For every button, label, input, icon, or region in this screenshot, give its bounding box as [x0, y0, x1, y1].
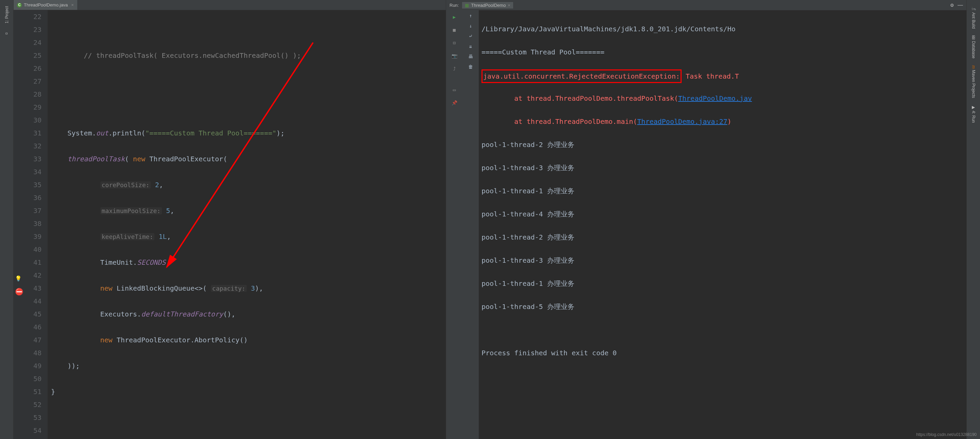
- gutter-line[interactable]: 25: [14, 49, 41, 62]
- code-lines[interactable]: // threadPoolTask( Executors.newCachedTh…: [48, 10, 446, 439]
- project-tool-button[interactable]: 1: Project: [5, 3, 9, 27]
- error-icon[interactable]: ⛔: [15, 285, 20, 290]
- minimize-icon[interactable]: —: [958, 2, 963, 8]
- rerun-button[interactable]: ▶: [450, 13, 458, 21]
- gutter-line[interactable]: 49: [14, 359, 41, 372]
- watermark: https://blog.csdn.net/u013288190: [916, 432, 977, 437]
- code-area[interactable]: 2223242526272829303132333435363738394041…: [14, 10, 446, 439]
- gutter-line[interactable]: 42💡: [14, 269, 41, 282]
- code-line[interactable]: [51, 411, 446, 424]
- run-config-icon: ▦: [465, 3, 469, 8]
- editor-tab-bar: C ThreadPoolDemo.java ×: [14, 0, 446, 10]
- gutter-line[interactable]: 36: [14, 191, 41, 204]
- gear-icon[interactable]: ⚙: [950, 3, 954, 8]
- down-icon[interactable]: ↓: [469, 23, 472, 29]
- gutter-line[interactable]: 47: [14, 334, 41, 347]
- close-run-tab-icon[interactable]: ×: [508, 3, 511, 8]
- maven-button[interactable]: m Maven Projects: [971, 62, 976, 102]
- gutter-line[interactable]: 29: [14, 101, 41, 114]
- code-line[interactable]: // threadPoolTask( Executors.newCachedTh…: [51, 49, 446, 62]
- gutter-line[interactable]: 35: [14, 178, 41, 191]
- console-line: java.util.concurrent.RejectedExecutionEx…: [482, 69, 964, 81]
- gutter-line[interactable]: 51: [14, 385, 41, 398]
- gutter-line[interactable]: 43⛔: [14, 282, 41, 295]
- stacktrace-link[interactable]: ThreadPoolDemo.java:27: [637, 118, 727, 126]
- gutter-line[interactable]: 27: [14, 75, 41, 88]
- gutter-line[interactable]: 24: [14, 36, 41, 49]
- tab-filename: ThreadPoolDemo.java: [24, 2, 68, 8]
- print-icon[interactable]: 🖶: [468, 54, 473, 59]
- gutter-line[interactable]: 34: [14, 165, 41, 178]
- left-sidebar: 1: Project ▫: [0, 0, 14, 439]
- pin-icon[interactable]: 📌: [450, 99, 458, 107]
- up-icon[interactable]: ↑: [469, 13, 472, 18]
- gutter-line[interactable]: 45: [14, 308, 41, 321]
- gutter-line[interactable]: 28: [14, 88, 41, 101]
- console-line: Process finished with exit code 0: [482, 347, 964, 359]
- code-line[interactable]: TimeUnit.SECONDS,: [51, 256, 446, 269]
- lightbulb-icon[interactable]: 💡: [15, 272, 20, 277]
- gutter-line[interactable]: 26: [14, 62, 41, 75]
- code-line[interactable]: new LinkedBlockingQueue<>( capacity: 3),: [51, 282, 446, 295]
- console-line: /Library/Java/JavaVirtualMachines/jdk1.8…: [482, 23, 964, 35]
- run-label: Run:: [450, 3, 459, 8]
- console-output[interactable]: /Library/Java/JavaVirtualMachines/jdk1.8…: [479, 10, 966, 439]
- code-line[interactable]: [51, 75, 446, 88]
- stacktrace-link[interactable]: ThreadPoolDemo.jav: [678, 94, 752, 102]
- gutter-line[interactable]: 38: [14, 217, 41, 230]
- code-line[interactable]: corePoolSize: 2,: [51, 178, 446, 191]
- code-line[interactable]: [51, 23, 446, 36]
- soft-wrap-icon[interactable]: ⤶: [469, 33, 473, 39]
- gutter-line[interactable]: 53: [14, 411, 41, 424]
- gutter-line[interactable]: 33: [14, 153, 41, 165]
- layout-button[interactable]: ▭: [450, 86, 458, 94]
- gutter-line[interactable]: 48: [14, 347, 41, 359]
- gutter-line[interactable]: 22: [14, 10, 41, 23]
- console-line: pool-1-thread-4 办理业务: [482, 208, 964, 220]
- code-line[interactable]: }: [51, 385, 446, 398]
- scroll-to-end-icon[interactable]: ⇊: [469, 44, 472, 49]
- editor-pane: C ThreadPoolDemo.java × 2223242526272829…: [14, 0, 446, 439]
- database-button[interactable]: 🗄 Database: [971, 32, 976, 62]
- exit-button[interactable]: ⤴: [450, 65, 458, 73]
- gutter-line[interactable]: 23: [14, 23, 41, 36]
- code-line[interactable]: new ThreadPoolExecutor.AbortPolicy(): [51, 334, 446, 347]
- clear-icon[interactable]: 🗑: [468, 64, 473, 69]
- code-line[interactable]: threadPoolTask( new ThreadPoolExecutor(: [51, 153, 446, 165]
- dump-button[interactable]: ⊟: [450, 39, 458, 47]
- run-pane: Run: ▦ ThreadPoolDemo × ⚙ — ▶ ■ ⊟ 📷 ⤴ ▭ …: [446, 0, 966, 439]
- code-line[interactable]: Executors.defaultThreadFactory(),: [51, 308, 446, 321]
- gutter-line[interactable]: 37: [14, 204, 41, 217]
- code-line[interactable]: keepAliveTime: 1L,: [51, 230, 446, 243]
- run-toolbar-left: ▶ ■ ⊟ 📷 ⤴ ▭ 📌: [446, 10, 463, 439]
- console-line: pool-1-thread-2 办理业务: [482, 139, 964, 150]
- run-config-tab[interactable]: ▦ ThreadPoolDemo ×: [462, 2, 513, 8]
- code-line[interactable]: ));: [51, 359, 446, 372]
- stop-button[interactable]: ■: [450, 26, 458, 34]
- console-line: pool-1-thread-2 办理业务: [482, 231, 964, 243]
- editor-tab[interactable]: C ThreadPoolDemo.java ×: [14, 0, 77, 10]
- gutter-line[interactable]: 52: [14, 398, 41, 411]
- gutter-line[interactable]: 50: [14, 372, 41, 385]
- gutter-line[interactable]: 46: [14, 321, 41, 334]
- camera-icon[interactable]: 📷: [450, 52, 458, 60]
- gutter-line[interactable]: 41: [14, 256, 41, 269]
- code-line[interactable]: [51, 101, 446, 114]
- java-class-icon: C: [17, 3, 22, 8]
- console-line: pool-1-thread-3 办理业务: [482, 254, 964, 266]
- run-tool-button[interactable]: ▶ 4: Run: [971, 102, 976, 126]
- gutter-line[interactable]: 31: [14, 127, 41, 140]
- code-line[interactable]: [51, 437, 446, 439]
- ant-build-button[interactable]: 🐜 Ant Build: [971, 3, 976, 32]
- gutter-line[interactable]: 54: [14, 424, 41, 437]
- run-body: ▶ ■ ⊟ 📷 ⤴ ▭ 📌 ↑ ↓ ⤶ ⇊ 🖶 🗑 /Library/Java/…: [446, 10, 966, 439]
- gutter-line[interactable]: 32: [14, 140, 41, 153]
- gutter-line[interactable]: 44: [14, 295, 41, 308]
- code-line[interactable]: maximumPoolSize: 5,: [51, 204, 446, 217]
- gutter-line[interactable]: 40: [14, 243, 41, 256]
- code-line[interactable]: System.out.println("=====Custom Thread P…: [51, 127, 446, 140]
- close-tab-icon[interactable]: ×: [71, 2, 74, 8]
- gutter-line[interactable]: 30: [14, 114, 41, 127]
- right-sidebar: 🐜 Ant Build 🗄 Database m Maven Projects …: [966, 0, 980, 439]
- gutter-line[interactable]: 39: [14, 230, 41, 243]
